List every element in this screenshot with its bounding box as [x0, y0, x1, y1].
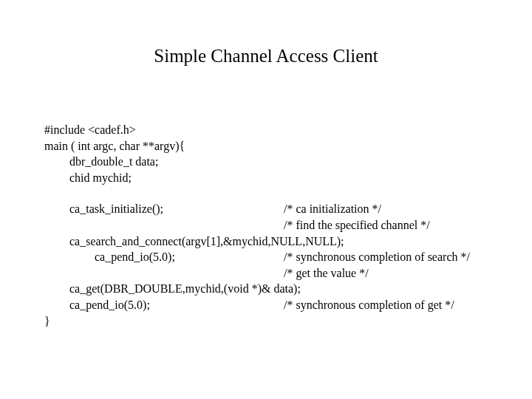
code-text: ca_pend_io(5.0); — [69, 299, 150, 311]
code-line: /* find the specified channel */ — [44, 217, 502, 233]
code-text: ca_search_and_connect(argv[1],&mychid,NU… — [69, 233, 344, 250]
code-comment: /* synchronous completion of search */ — [284, 249, 470, 265]
code-text: #include <cadef.h> — [44, 122, 136, 138]
code-line: ca_get(DBR_DOUBLE,mychid,(void *)& data)… — [44, 281, 502, 297]
code-line: ca_pend_io(5.0);/* synchronous completio… — [44, 297, 502, 313]
code-line: ca_search_and_connect(argv[1],&mychid,NU… — [44, 233, 502, 250]
code-comment: /* ca initialization */ — [284, 201, 381, 217]
slide: Simple Channel Access Client #include <c… — [0, 0, 532, 399]
code-comment: /* find the specified channel */ — [284, 217, 430, 233]
code-comment: /* synchronous completion of get */ — [284, 297, 454, 313]
code-block: #include <cadef.h> main ( int argc, char… — [44, 122, 502, 329]
code-line: #include <cadef.h> — [44, 122, 502, 138]
code-line: main ( int argc, char **argv){ — [44, 138, 502, 154]
code-comment: /* get the value */ — [284, 265, 369, 282]
code-text: ca_get(DBR_DOUBLE,mychid,(void *)& data)… — [69, 281, 301, 297]
code-text: main ( int argc, char **argv){ — [44, 138, 185, 154]
code-line: dbr_double_t data; — [44, 154, 502, 170]
code-line: ca_pend_io(5.0);/* synchronous completio… — [44, 249, 502, 265]
code-text: ca_task_initialize(); — [69, 202, 163, 215]
code-text: } — [44, 313, 50, 330]
blank-line — [44, 185, 502, 201]
code-line: ca_task_initialize();/* ca initializatio… — [44, 201, 502, 217]
code-text: dbr_double_t data; — [69, 154, 158, 170]
code-line: /* get the value */ — [44, 265, 502, 282]
code-line: chid mychid; — [44, 170, 502, 186]
code-text: ca_pend_io(5.0); — [95, 250, 175, 263]
slide-title: Simple Channel Access Client — [0, 46, 532, 66]
code-text: chid mychid; — [69, 170, 132, 186]
code-line: } — [44, 313, 502, 330]
